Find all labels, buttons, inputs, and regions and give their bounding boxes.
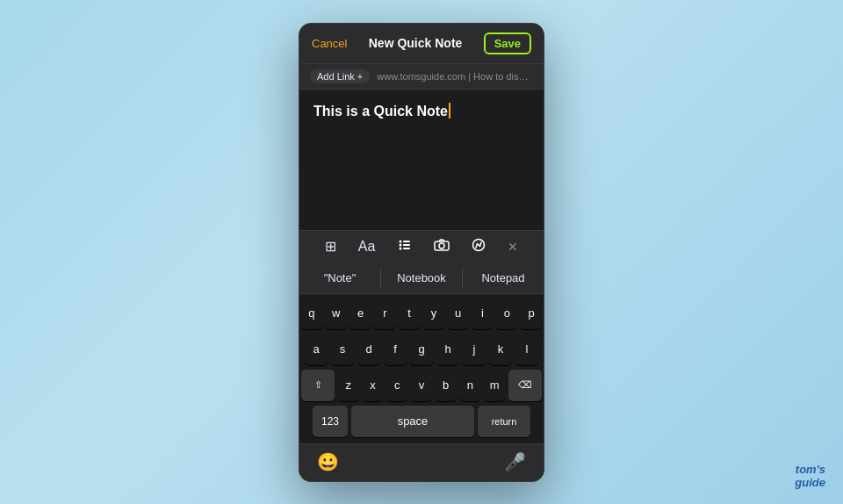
key-q[interactable]: q xyxy=(301,298,322,329)
watermark-line2: guide xyxy=(795,476,825,490)
note-area[interactable]: This is a Quick Note xyxy=(299,90,544,230)
key-z[interactable]: z xyxy=(338,370,359,401)
keyboard-row-2: a s d f g h j k l xyxy=(301,334,542,365)
autocomplete-item-0[interactable]: "Note" xyxy=(299,268,381,288)
delete-key[interactable]: ⌫ xyxy=(508,370,542,401)
shift-key[interactable]: ⇧ xyxy=(301,370,335,401)
key-m[interactable]: m xyxy=(484,370,505,401)
key-w[interactable]: w xyxy=(326,298,347,329)
key-p[interactable]: p xyxy=(521,298,542,329)
watermark: tom's guide xyxy=(795,463,825,490)
key-g[interactable]: g xyxy=(410,334,433,365)
svg-point-7 xyxy=(439,243,444,248)
cancel-button[interactable]: Cancel xyxy=(312,37,347,50)
keyboard-row-3: ⇧ z x c v b n m ⌫ xyxy=(301,370,542,401)
key-s[interactable]: s xyxy=(331,334,354,365)
mic-icon[interactable]: 🎤 xyxy=(504,451,526,472)
add-link-button[interactable]: Add Link + xyxy=(310,69,370,83)
watermark-line1: tom's xyxy=(795,463,825,477)
add-link-label: Add Link xyxy=(317,71,355,82)
key-b[interactable]: b xyxy=(436,370,457,401)
markup-icon[interactable] xyxy=(472,238,486,256)
key-l[interactable]: l xyxy=(515,334,538,365)
key-u[interactable]: u xyxy=(448,298,469,329)
key-t[interactable]: t xyxy=(399,298,420,329)
svg-rect-5 xyxy=(403,248,410,249)
key-f[interactable]: f xyxy=(384,334,407,365)
key-o[interactable]: o xyxy=(496,298,517,329)
add-link-plus-icon: + xyxy=(357,71,363,82)
save-button[interactable]: Save xyxy=(484,32,531,54)
svg-rect-3 xyxy=(403,244,410,246)
table-icon[interactable]: ⊞ xyxy=(325,238,336,255)
key-v[interactable]: v xyxy=(411,370,432,401)
bottom-bar: 😀 🎤 xyxy=(299,443,544,481)
link-bar: Add Link + www.tomsguide.com | How to di… xyxy=(299,64,544,90)
phone-container: Cancel New Quick Note Save Add Link + ww… xyxy=(299,23,544,482)
key-r[interactable]: r xyxy=(374,298,395,329)
autocomplete-bar: "Note" Notebook Notepad xyxy=(299,263,544,294)
checklist-icon[interactable] xyxy=(398,238,412,256)
key-a[interactable]: a xyxy=(305,334,328,365)
space-key[interactable]: space xyxy=(351,406,474,437)
autocomplete-item-2[interactable]: Notepad xyxy=(463,268,544,288)
svg-point-2 xyxy=(399,243,401,246)
keyboard-row-1: q w e r t y u i o p xyxy=(301,298,542,329)
close-toolbar-icon[interactable]: ✕ xyxy=(508,240,518,254)
link-url-text: www.tomsguide.com | How to disable ap... xyxy=(377,71,533,82)
key-k[interactable]: k xyxy=(489,334,512,365)
key-i[interactable]: i xyxy=(472,298,494,329)
autocomplete-item-1[interactable]: Notebook xyxy=(381,268,463,288)
key-n[interactable]: n xyxy=(460,370,481,401)
key-x[interactable]: x xyxy=(363,370,384,401)
emoji-icon[interactable]: 😀 xyxy=(317,451,339,472)
number-key[interactable]: 123 xyxy=(313,406,348,437)
key-j[interactable]: j xyxy=(463,334,486,365)
svg-point-0 xyxy=(399,240,401,242)
keyboard-row-4: 123 space return xyxy=(301,406,542,437)
page-title: New Quick Note xyxy=(369,36,463,50)
key-c[interactable]: c xyxy=(386,370,407,401)
keyboard: q w e r t y u i o p a s d f g h j k l ⇧ … xyxy=(299,294,544,443)
key-d[interactable]: d xyxy=(357,334,380,365)
return-key[interactable]: return xyxy=(478,406,530,437)
text-format-icon[interactable]: Aa xyxy=(358,239,376,255)
formatting-toolbar: ⊞ Aa ✕ xyxy=(299,230,544,263)
svg-point-4 xyxy=(399,247,401,249)
key-y[interactable]: y xyxy=(423,298,444,329)
camera-icon[interactable] xyxy=(434,239,450,255)
key-h[interactable]: h xyxy=(436,334,459,365)
header: Cancel New Quick Note Save xyxy=(299,24,544,64)
svg-rect-1 xyxy=(403,241,410,242)
text-cursor xyxy=(449,103,450,119)
key-e[interactable]: e xyxy=(350,298,371,329)
note-content: This is a Quick Note xyxy=(313,104,448,119)
